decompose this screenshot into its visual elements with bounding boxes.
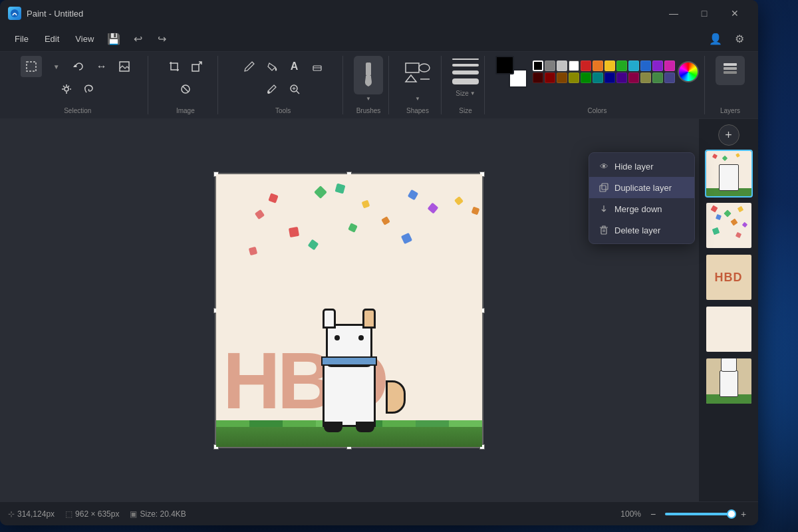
size-1[interactable] [452, 59, 479, 60]
delete-layer-item[interactable]: Delete layer [589, 219, 694, 241]
selection-rect-button[interactable] [21, 56, 42, 77]
merge-down-item[interactable]: Merge down [589, 198, 694, 219]
confetti-1 [268, 193, 278, 203]
selection-down-button[interactable]: ▼ [46, 56, 67, 77]
confetti-12 [401, 232, 412, 243]
color-slate[interactable] [664, 72, 675, 83]
layers-sidebar: + 👁 Hide layer [698, 119, 758, 501]
color-olive[interactable] [569, 72, 579, 83]
color-lightgray[interactable] [557, 61, 567, 71]
color-row-1 [533, 61, 675, 71]
color-white[interactable] [569, 61, 579, 71]
color-darkpurple[interactable] [616, 72, 627, 83]
zoom-slider[interactable] [665, 513, 732, 515]
color-tan[interactable] [640, 72, 651, 83]
color-pick-tool[interactable] [261, 78, 283, 100]
color-black[interactable] [533, 61, 543, 71]
layer-3-thumb[interactable]: HBD [705, 253, 753, 301]
size-dropdown[interactable]: Size ▼ [456, 90, 475, 97]
brushes-main-btn[interactable] [354, 56, 383, 94]
image-label: Image [176, 104, 195, 114]
close-button[interactable]: ✕ [720, 3, 750, 24]
shapes-dropdown-arrow[interactable]: ▼ [415, 96, 420, 102]
color-gray[interactable] [545, 61, 555, 71]
image-button[interactable] [114, 56, 135, 77]
color-orange[interactable] [593, 61, 603, 71]
layer-context-menu: 👁 Hide layer Duplicate layer [589, 152, 695, 244]
color-green[interactable] [616, 61, 627, 71]
layer-1-thumb[interactable] [705, 150, 753, 198]
selection-label: Selection [64, 104, 91, 114]
color-darkgreen[interactable] [581, 72, 591, 83]
zoom-plus-button[interactable]: + [737, 507, 750, 521]
zoom-tool[interactable] [284, 78, 305, 100]
confetti-10 [348, 223, 358, 233]
text-tool[interactable]: A [284, 56, 305, 77]
add-layer-button[interactable]: + [718, 124, 739, 146]
size-2[interactable] [452, 64, 479, 66]
color-navy[interactable] [604, 72, 615, 83]
color-primary[interactable] [495, 56, 514, 74]
pencil-tool[interactable] [239, 56, 260, 77]
color-sage[interactable] [652, 72, 663, 83]
size-3[interactable] [452, 70, 479, 74]
rotate-button[interactable] [68, 56, 90, 77]
lasso-button[interactable] [78, 78, 100, 100]
shapes-display [400, 56, 436, 94]
tool-buttons: A [229, 56, 337, 100]
layer-2-thumb[interactable] [705, 201, 753, 249]
color-teal[interactable] [628, 61, 639, 71]
zoom-minus-button[interactable]: − [646, 507, 660, 521]
account-icon[interactable]: 👤 [705, 30, 726, 49]
minimize-button[interactable]: — [658, 3, 689, 24]
status-bar: ⊹ 314,124px ⬚ 962 × 635px ▣ Size: 20.4KB… [0, 501, 758, 525]
layer-4-thumb[interactable] [705, 305, 753, 353]
svg-rect-18 [601, 228, 606, 234]
color-darkmagenta[interactable] [628, 72, 639, 83]
confetti-2 [314, 186, 327, 199]
hide-layer-item[interactable]: 👁 Hide layer [589, 156, 694, 177]
menu-file[interactable]: File [8, 31, 35, 47]
magic-select-button[interactable] [56, 78, 77, 100]
confetti-7 [381, 216, 390, 225]
color-wheel-button[interactable] [678, 61, 699, 82]
size-value: Size: 20.4KB [140, 509, 186, 519]
color-darkteal[interactable] [593, 72, 603, 83]
cursor-pos-value: 314,124px [17, 509, 55, 519]
size-4[interactable] [452, 78, 479, 84]
bg-remove-button[interactable] [175, 78, 196, 100]
save-button[interactable]: 💾 [103, 30, 124, 49]
color-blue[interactable] [640, 61, 651, 71]
color-yellow[interactable] [604, 61, 615, 71]
color-brown[interactable] [557, 72, 567, 83]
color-darkred[interactable] [533, 72, 543, 83]
fill-tool[interactable] [261, 56, 283, 77]
hide-layer-label: Hide layer [614, 162, 654, 172]
undo-button[interactable]: ↩ [127, 30, 148, 49]
color-purple[interactable] [652, 61, 663, 71]
menu-edit[interactable]: Edit [38, 31, 66, 47]
crop-button[interactable] [164, 56, 185, 77]
duplicate-layer-item[interactable]: Duplicate layer [589, 177, 694, 198]
brushes-dropdown-arrow[interactable]: ▼ [366, 96, 371, 102]
zoom-thumb[interactable] [727, 509, 736, 519]
menu-bar: File Edit View 💾 ↩ ↪ 👤 ⚙ [0, 27, 758, 52]
canvas-area: HBD [0, 119, 758, 501]
size-group: Size ▼ Size [447, 56, 485, 114]
layers-button[interactable] [716, 56, 745, 85]
eraser-tool[interactable] [307, 56, 328, 77]
layer-5-thumb[interactable] [705, 357, 753, 405]
flip-button[interactable]: ↔ [91, 56, 112, 77]
menu-view[interactable]: View [68, 31, 100, 47]
color-maroon[interactable] [545, 72, 555, 83]
color-red[interactable] [581, 61, 591, 71]
color-magenta[interactable] [664, 61, 675, 71]
resize-button[interactable] [186, 56, 207, 77]
maximize-button[interactable]: □ [689, 3, 720, 24]
redo-button[interactable]: ↪ [151, 30, 172, 49]
confetti-11 [454, 196, 464, 205]
settings-icon[interactable]: ⚙ [729, 30, 750, 49]
colors-main [495, 56, 699, 88]
delete-icon [598, 225, 609, 235]
color-swatches [533, 61, 675, 83]
